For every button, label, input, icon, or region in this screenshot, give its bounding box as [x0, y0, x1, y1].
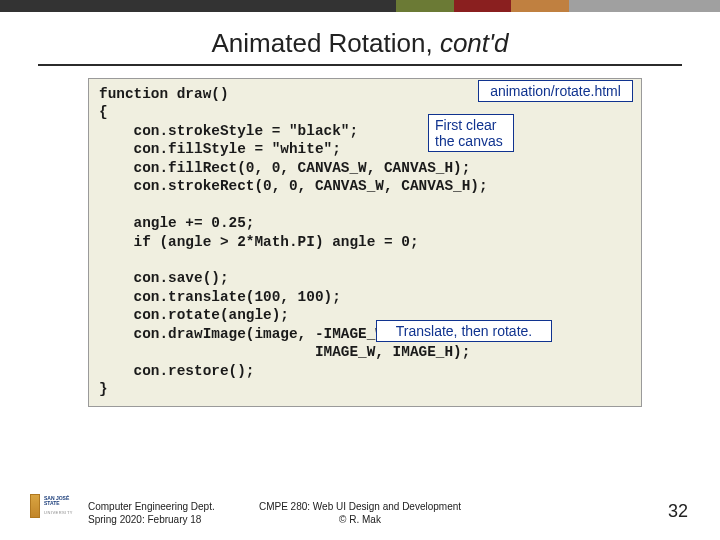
- bar-segment: [511, 0, 569, 12]
- footer: SAN JOSÉ STATE UNIVERSITY Computer Engin…: [0, 490, 720, 530]
- bar-segment: [569, 0, 720, 12]
- callout-clear-canvas: First clear the canvas: [428, 114, 514, 152]
- page-number: 32: [668, 501, 688, 522]
- title-cont: cont'd: [440, 28, 509, 58]
- decorative-top-bar: [0, 0, 720, 12]
- callout-file-name: animation/rotate.html: [478, 80, 633, 102]
- bar-segment: [454, 0, 512, 12]
- footer-author: © R. Mak: [0, 514, 720, 527]
- title-rule: [38, 64, 682, 66]
- code-text: function draw() { con.strokeStyle = "bla…: [99, 85, 631, 398]
- bar-segment: [396, 0, 454, 12]
- callout-translate-rotate: Translate, then rotate.: [376, 320, 552, 342]
- title-main: Animated Rotation,: [212, 28, 440, 58]
- footer-course: CMPE 280: Web UI Design and Development: [0, 501, 720, 514]
- bar-segment: [0, 0, 396, 12]
- footer-center: CMPE 280: Web UI Design and Development …: [0, 501, 720, 526]
- code-block: function draw() { con.strokeStyle = "bla…: [88, 78, 642, 407]
- slide-title: Animated Rotation, cont'd: [0, 28, 720, 59]
